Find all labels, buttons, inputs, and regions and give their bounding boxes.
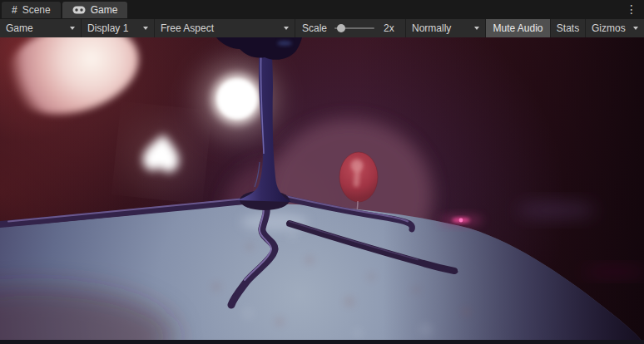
game-viewport[interactable] — [0, 37, 644, 344]
gamepad-icon — [72, 6, 86, 14]
render-target-label: Game — [6, 22, 33, 34]
bottom-strip — [0, 340, 644, 344]
game-render — [0, 37, 644, 344]
scene-grid-icon: # — [12, 5, 17, 15]
stats-label: Stats — [557, 22, 579, 34]
scale-control: Scale 2x — [295, 19, 405, 37]
gizmos-dropdown[interactable]: Gizmos — [585, 19, 644, 37]
unity-game-window: # Scene Game ⋮ Game Display 1 Free Aspec… — [0, 0, 644, 344]
scale-value: 2x — [384, 22, 394, 34]
chevron-down-icon — [284, 27, 289, 30]
aspect-ratio-dropdown[interactable]: Free Aspect — [155, 19, 295, 37]
aspect-ratio-label: Free Aspect — [161, 22, 214, 34]
tab-bar: # Scene Game ⋮ — [0, 0, 644, 18]
game-view-toolbar: Game Display 1 Free Aspect Scale 2x Norm… — [0, 18, 644, 37]
display-dropdown[interactable]: Display 1 — [82, 19, 154, 37]
more-options-icon[interactable]: ⋮ — [626, 2, 637, 17]
tab-game-label: Game — [91, 4, 118, 16]
chevron-down-icon — [633, 27, 638, 30]
mute-audio-label: Mute Audio — [493, 22, 542, 34]
mute-audio-button[interactable]: Mute Audio — [486, 19, 550, 37]
chevron-down-icon — [143, 27, 148, 30]
display-label: Display 1 — [87, 22, 128, 34]
chevron-down-icon — [474, 27, 479, 30]
tab-game[interactable]: Game — [62, 2, 128, 18]
play-mode-dropdown[interactable]: Normally — [406, 19, 485, 37]
stats-button[interactable]: Stats — [550, 19, 585, 37]
tab-scene-label: Scene — [22, 4, 51, 16]
scale-label: Scale — [302, 22, 327, 34]
lens-flare — [439, 215, 483, 225]
scale-slider[interactable] — [334, 27, 374, 29]
scale-slider-knob[interactable] — [337, 24, 345, 32]
gizmos-label: Gizmos — [592, 22, 626, 34]
tab-scene[interactable]: # Scene — [2, 2, 61, 18]
render-target-dropdown[interactable]: Game — [0, 19, 81, 37]
play-mode-label: Normally — [412, 22, 451, 34]
chevron-down-icon — [70, 27, 75, 30]
